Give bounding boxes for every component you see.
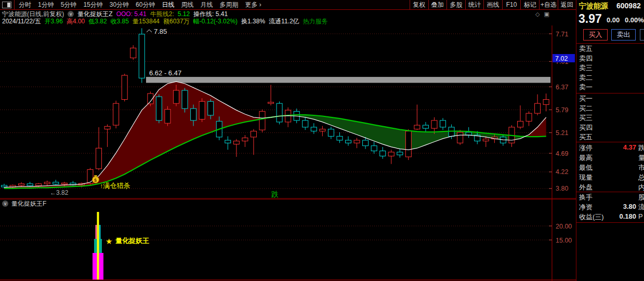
toolbar-button-3[interactable]: 统计 bbox=[465, 0, 484, 9]
candle-up bbox=[320, 129, 325, 131]
menu-item-6[interactable]: 日线 bbox=[162, 1, 174, 9]
menu-item-3[interactable]: 15分钟 bbox=[83, 1, 102, 9]
full-position-annotation: ↑满仓猎杀 bbox=[100, 182, 130, 190]
buy-level-3[interactable]: 买四 bbox=[576, 123, 644, 133]
toolbar-button-8[interactable]: 返回 bbox=[558, 0, 576, 9]
star-icon: ★ bbox=[106, 237, 112, 246]
candle-up bbox=[251, 131, 256, 137]
low-price-annotation: ←3.82 bbox=[50, 189, 69, 196]
signal-bar-yellow-core bbox=[97, 212, 99, 280]
candle-down bbox=[397, 152, 403, 155]
toolbar-button-7[interactable]: +自选 bbox=[539, 0, 558, 9]
candle-up bbox=[87, 169, 93, 183]
candle-down bbox=[337, 136, 343, 140]
candle-up bbox=[242, 138, 248, 141]
panel-stock-code: 600982 bbox=[616, 2, 641, 10]
buy-level-1[interactable]: 买二 bbox=[576, 104, 644, 114]
fall-annotation: 跌 bbox=[271, 191, 279, 198]
detail-row-4: 外盘内 bbox=[576, 182, 644, 192]
detail-label: 外盘 bbox=[579, 183, 593, 192]
toolbar-button-2[interactable]: 多股 bbox=[446, 0, 465, 9]
menu-item-0[interactable]: 分时 bbox=[19, 1, 31, 9]
candle-up bbox=[483, 139, 489, 141]
candle-down bbox=[53, 182, 59, 184]
price-change-pct: 0.00% bbox=[625, 16, 644, 24]
candle-down bbox=[346, 140, 351, 143]
axis-label: 5.21 bbox=[556, 129, 568, 137]
detail-col2-clipped: 内 bbox=[638, 183, 644, 192]
gap-high-annotation: 7.85 bbox=[154, 28, 167, 35]
axis-label: 5.79 bbox=[556, 106, 568, 114]
candle-up bbox=[457, 132, 463, 143]
panel-divider bbox=[576, 93, 644, 93]
menu-item-1[interactable]: 1分钟 bbox=[38, 1, 54, 9]
detail-label: 净资 bbox=[579, 203, 593, 212]
detail-row-1: 最高量 bbox=[576, 152, 644, 162]
candle-up bbox=[174, 90, 179, 103]
menu-item-8[interactable]: 月线 bbox=[200, 1, 213, 9]
toolbar-button-0[interactable]: 复权 bbox=[410, 0, 428, 9]
detail-row-7: 收益(三)0.180P bbox=[576, 211, 644, 221]
buy-button[interactable]: 买入 bbox=[583, 29, 608, 41]
candle-down bbox=[440, 121, 446, 127]
candle-up bbox=[199, 101, 205, 119]
toolbar-button-6[interactable]: 标记 bbox=[520, 0, 539, 9]
sell-level-2[interactable]: 卖三 bbox=[576, 63, 644, 73]
detail-col2-clipped: 流 bbox=[638, 203, 644, 212]
candle-up bbox=[61, 183, 67, 184]
menu-item-5[interactable]: 60分钟 bbox=[136, 1, 155, 9]
bull-fill bbox=[4, 82, 280, 189]
detail-label: 最低 bbox=[579, 163, 593, 172]
detail-value: 0.180 bbox=[619, 212, 636, 220]
menubar-divider bbox=[14, 0, 15, 9]
buy-level-2[interactable]: 买三 bbox=[576, 113, 644, 123]
detail-row-5: 换手股 bbox=[576, 192, 644, 202]
candle-down bbox=[156, 97, 162, 121]
sell-level-0[interactable]: 卖五 bbox=[576, 44, 644, 54]
toolbar-button-5[interactable]: F10 bbox=[502, 0, 521, 9]
chevron-circle-icon[interactable]: ∨ bbox=[68, 11, 74, 17]
candle-up bbox=[518, 121, 523, 127]
candle-up bbox=[535, 103, 541, 113]
axis-label: 4.69 bbox=[556, 150, 568, 157]
toolbar-button-1[interactable]: 叠加 bbox=[428, 0, 447, 9]
menu-item-10[interactable]: 更多 › bbox=[245, 1, 261, 9]
candle-up bbox=[36, 184, 42, 186]
detail-label: 最高 bbox=[579, 153, 593, 163]
clipped-button[interactable] bbox=[640, 29, 644, 41]
sell-level-1[interactable]: 卖四 bbox=[576, 54, 644, 64]
window-layout-icon[interactable] bbox=[2, 2, 11, 8]
candle-up bbox=[122, 75, 127, 99]
gap-high-pointer bbox=[147, 30, 152, 32]
candle-down bbox=[225, 140, 231, 143]
buy-level-4[interactable]: 买五 bbox=[576, 132, 644, 142]
detail-row-2: 最低市 bbox=[576, 162, 644, 172]
candle-down bbox=[311, 127, 317, 131]
detail-row-6: 净资3.80流 bbox=[576, 202, 644, 211]
buy-level-0[interactable]: 买一 bbox=[576, 94, 644, 104]
green-ma-line bbox=[4, 115, 546, 189]
toolbar-button-4[interactable]: 画线 bbox=[483, 0, 502, 9]
candle-up bbox=[44, 182, 50, 184]
detail-col2-clipped: 市 bbox=[638, 163, 644, 172]
menu-item-2[interactable]: 5分钟 bbox=[61, 1, 77, 9]
menu-item-7[interactable]: 周线 bbox=[181, 1, 193, 9]
menu-item-9[interactable]: 多周期 bbox=[219, 1, 238, 9]
sell-level-3[interactable]: 卖二 bbox=[576, 73, 644, 83]
axis-label: 20.00 bbox=[556, 223, 572, 230]
quote-detail-rows: 涨停4.37跌最高量最低市现量总外盘内换手股净资3.80流收益(三)0.180P bbox=[576, 142, 644, 221]
sell-level-4[interactable]: 卖一 bbox=[576, 83, 644, 92]
candle-up bbox=[233, 141, 239, 144]
axis-label: 6.37 bbox=[556, 84, 568, 91]
detail-label: 收益(三) bbox=[579, 212, 604, 222]
diamond-icon[interactable]: ◇ bbox=[535, 11, 540, 18]
sell-button[interactable]: 卖出 bbox=[611, 29, 636, 41]
sell-levels: 卖五卖四卖三卖二卖一 bbox=[576, 44, 644, 92]
panel-toggle-icon[interactable]: ▣ bbox=[544, 11, 549, 18]
candle-up bbox=[388, 152, 394, 156]
candle-up bbox=[405, 131, 411, 157]
signal-annotation: 量化捉妖王 bbox=[115, 237, 149, 245]
menu-item-4[interactable]: 30分钟 bbox=[110, 1, 129, 9]
quote-info-token-9: 流通11.2亿 bbox=[269, 17, 299, 26]
candle-up bbox=[96, 148, 102, 169]
